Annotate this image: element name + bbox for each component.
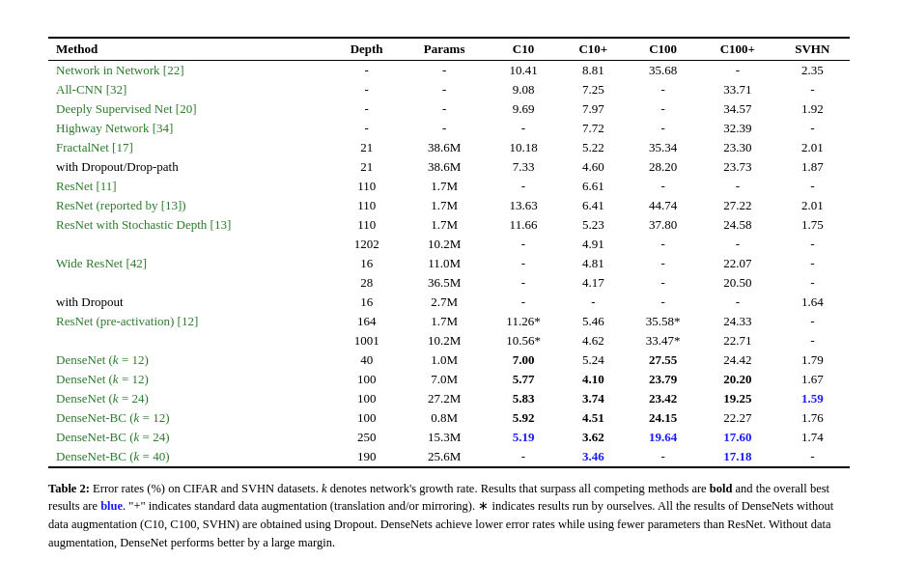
cell-svhn: 1.87 (775, 157, 850, 177)
cell-c10p: 6.41 (560, 196, 626, 215)
cell-c100: 33.47* (626, 331, 700, 350)
cell-c100p: 24.58 (700, 215, 775, 235)
cell-params: - (403, 60, 487, 80)
cell-svhn: 1.59 (775, 389, 850, 408)
cell-depth: 190 (331, 447, 403, 467)
cell-depth: 100 (331, 408, 403, 428)
cell-svhn: - (775, 447, 850, 467)
table-row: Network in Network [22]--10.418.8135.68-… (48, 60, 850, 80)
cell-depth: 100 (331, 370, 403, 389)
cell-c10: 9.08 (487, 80, 561, 99)
cell-svhn: - (775, 312, 850, 331)
table-row: 2836.5M-4.17-20.50- (48, 273, 850, 293)
cell-c100p: 22.07 (700, 254, 775, 273)
cell-c10: 10.18 (487, 138, 561, 157)
cell-depth: 1202 (331, 235, 403, 254)
table-row: DenseNet (k = 24)10027.2M5.833.7423.4219… (48, 389, 850, 408)
table-row: Wide ResNet [42]1611.0M-4.81-22.07- (48, 254, 850, 273)
table-row: DenseNet (k = 12)1007.0M5.774.1023.7920.… (48, 370, 850, 389)
cell-c100p: 17.60 (700, 428, 775, 447)
cell-c10p: 4.10 (560, 370, 626, 389)
cell-method: DenseNet (k = 12) (48, 350, 331, 370)
cell-c100p: 24.42 (700, 350, 775, 370)
cell-c100: 19.64 (626, 428, 700, 447)
cell-svhn: - (775, 177, 850, 196)
table-row: Deeply Supervised Net [20]--9.697.97-34.… (48, 99, 850, 119)
cell-c10: 10.41 (487, 60, 561, 80)
cell-depth: 16 (331, 254, 403, 273)
cell-depth: 164 (331, 312, 403, 331)
cell-svhn: - (775, 331, 850, 350)
cell-method: DenseNet-BC (k = 40) (48, 447, 331, 467)
cell-c100p: 22.27 (700, 408, 775, 428)
cell-params: 1.7M (403, 196, 487, 215)
cell-c10p: 4.17 (560, 273, 626, 293)
cell-svhn: 2.01 (775, 196, 850, 215)
cell-c100: - (626, 273, 700, 293)
cell-svhn: 1.64 (775, 293, 850, 312)
cell-method: DenseNet (k = 12) (48, 370, 331, 389)
cell-depth: 21 (331, 138, 403, 157)
table-row: ResNet (reported by [13])1101.7M13.636.4… (48, 196, 850, 215)
cell-c10: 7.00 (487, 350, 561, 370)
cell-svhn: 1.67 (775, 370, 850, 389)
cell-depth: - (331, 99, 403, 119)
cell-c100: 35.34 (626, 138, 700, 157)
cell-depth: 16 (331, 293, 403, 312)
table-row: All-CNN [32]--9.087.25-33.71- (48, 80, 850, 99)
col-header-c100: C100 (626, 38, 700, 61)
cell-c10: 5.92 (487, 408, 561, 428)
cell-c100p: 20.50 (700, 273, 775, 293)
cell-c10p: 3.46 (560, 447, 626, 467)
cell-c10: 5.77 (487, 370, 561, 389)
cell-c100p: 20.20 (700, 370, 775, 389)
cell-c100: - (626, 447, 700, 467)
cell-c100p: 27.22 (700, 196, 775, 215)
col-header-c100p: C100+ (700, 38, 775, 61)
table-row: DenseNet (k = 12)401.0M7.005.2427.5524.4… (48, 350, 850, 370)
cell-c100p: 34.57 (700, 99, 775, 119)
cell-params: - (403, 99, 487, 119)
cell-c10p: 4.62 (560, 331, 626, 350)
cell-depth: 110 (331, 215, 403, 235)
table-row: Highway Network [34]---7.72-32.39- (48, 119, 850, 138)
cell-params: 0.8M (403, 408, 487, 428)
cell-c100: 23.79 (626, 370, 700, 389)
cell-params: 36.5M (403, 273, 487, 293)
cell-method (48, 331, 331, 350)
cell-svhn: - (775, 80, 850, 99)
cell-params: 2.7M (403, 293, 487, 312)
cell-c100: - (626, 177, 700, 196)
cell-c10p: 4.81 (560, 254, 626, 273)
cell-params: 15.3M (403, 428, 487, 447)
table-caption: Table 2: Error rates (%) on CIFAR and SV… (48, 480, 850, 552)
cell-params: 1.7M (403, 177, 487, 196)
cell-c10p: 7.25 (560, 80, 626, 99)
cell-c100: - (626, 293, 700, 312)
cell-method: DenseNet-BC (k = 24) (48, 428, 331, 447)
cell-c100p: 24.33 (700, 312, 775, 331)
cell-c100p: 22.71 (700, 331, 775, 350)
caption-text: Error rates (%) on CIFAR and SVHN datase… (48, 482, 833, 549)
cell-c10p: 3.62 (560, 428, 626, 447)
cell-c10: 5.19 (487, 428, 561, 447)
cell-c100p: 19.25 (700, 389, 775, 408)
cell-params: 38.6M (403, 157, 487, 177)
cell-depth: 100 (331, 389, 403, 408)
cell-method (48, 235, 331, 254)
cell-depth: 250 (331, 428, 403, 447)
cell-c100p: - (700, 60, 775, 80)
cell-method: ResNet (reported by [13]) (48, 196, 331, 215)
cell-c10p: 5.46 (560, 312, 626, 331)
cell-svhn: - (775, 273, 850, 293)
cell-depth: - (331, 119, 403, 138)
col-header-svhn: SVHN (775, 38, 850, 61)
cell-params: 11.0M (403, 254, 487, 273)
cell-method (48, 273, 331, 293)
cell-c100: - (626, 99, 700, 119)
cell-c100: - (626, 254, 700, 273)
cell-c10p: 7.97 (560, 99, 626, 119)
cell-c10p: 3.74 (560, 389, 626, 408)
col-header-depth: Depth (331, 38, 403, 61)
cell-c10p: 8.81 (560, 60, 626, 80)
